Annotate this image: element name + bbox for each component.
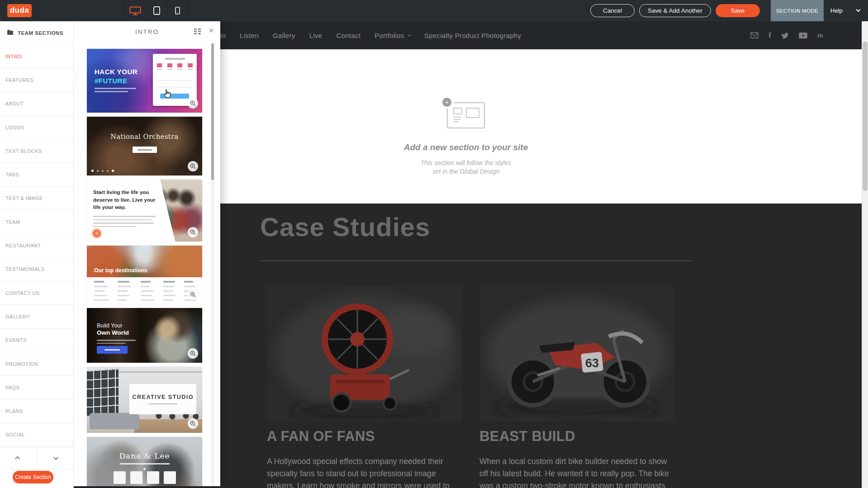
sidebar-item-text-blocks[interactable]: TEXT BLOCKS	[0, 139, 73, 163]
sections-sidebar: TEAM SECTIONS INTRO FEATURES ABOUT LOGOS…	[0, 21, 74, 488]
template-title: HACK YOUR	[95, 68, 138, 76]
facebook-icon[interactable]: f	[768, 31, 771, 40]
carousel-dots	[91, 170, 114, 172]
sidebar-item-faqs[interactable]: FAQS	[0, 376, 73, 399]
dirt-bike-image: 63	[479, 286, 675, 422]
case-card-body: A Hollywood special effects company need…	[267, 455, 457, 488]
help-menu[interactable]: Help	[830, 0, 843, 21]
template-thumbnail-build-your-own-world[interactable]: Build Your Own World	[87, 308, 202, 363]
sidebar-item-contact-us[interactable]: CONTACT US	[0, 281, 73, 305]
panel-scrollbar[interactable]	[211, 43, 214, 486]
sidebar-item-intro[interactable]: INTRO	[0, 45, 73, 68]
text-lines-placeholder	[95, 88, 136, 92]
zoom-preview-button[interactable]	[188, 161, 198, 171]
text-lines-placeholder	[97, 340, 136, 344]
save-button[interactable]: Save	[716, 4, 760, 17]
email-icon[interactable]	[750, 32, 759, 38]
fan-machine-image	[267, 286, 462, 422]
zoom-preview-button[interactable]	[188, 348, 198, 359]
sidebar-item-text-image[interactable]: TEXT & IMAGE	[0, 187, 73, 210]
text-lines-placeholder	[93, 216, 156, 227]
case-study-card-fan: A FAN OF FANS A Hollywood special effect…	[267, 286, 462, 488]
case-card-title: BEAST BUILD	[479, 428, 675, 445]
grid-view-button[interactable]	[194, 28, 201, 37]
save-add-another-button[interactable]: Save & Add Another	[639, 4, 711, 17]
zoom-preview-button[interactable]	[188, 227, 198, 237]
desktop-icon	[129, 6, 141, 15]
template-thumbnail-national-orchestra[interactable]: National Orchestra	[87, 117, 202, 175]
close-panel-button[interactable]: ×	[209, 25, 214, 35]
countdown-form-card	[153, 54, 197, 106]
sidebar-item-social[interactable]: SOCIAL	[0, 423, 73, 447]
chevron-down-icon	[53, 455, 58, 460]
zoom-preview-button[interactable]	[188, 418, 198, 429]
section-mode-badge: SECTION MODE	[771, 0, 824, 21]
topbar: duda Cancel	[0, 0, 868, 21]
mobile-view-button[interactable]	[167, 0, 188, 21]
social-icons: f in	[750, 21, 823, 49]
desktop-view-button[interactable]	[124, 0, 146, 21]
page-scrollbar[interactable]	[862, 21, 868, 488]
site-nav-links: io Listen Gallery Live Contact Portfolio…	[220, 21, 521, 49]
add-section-title: Add a new section to your site	[371, 142, 561, 152]
chevron-down-icon[interactable]	[856, 8, 861, 12]
sidebar-item-logos[interactable]: LOGOS	[0, 116, 73, 139]
scroll-down-button[interactable]	[37, 447, 74, 469]
sidebar-item-about[interactable]: ABOUT	[0, 92, 73, 116]
sidebar-item-features[interactable]: FEATURES	[0, 68, 73, 92]
links-table-placeholder	[94, 281, 196, 301]
divider	[260, 261, 693, 261]
nav-link-io[interactable]: io	[220, 32, 226, 39]
sidebar-item-plans[interactable]: PLANS	[0, 399, 73, 423]
page-scrollbar-thumb[interactable]	[863, 42, 868, 191]
nav-link-gallery[interactable]: Gallery	[273, 32, 295, 39]
sidebar-item-gallery[interactable]: GALLERY	[0, 305, 73, 328]
sidebar-header-label: TEAM SECTIONS	[18, 30, 63, 36]
sidebar-pager	[0, 447, 73, 469]
sidebar-item-restaurant[interactable]: RESTAURANT	[0, 234, 73, 257]
intro-templates-panel: INTRO × HACK YOUR #FUTURE	[74, 21, 220, 486]
add-section-subtitle: This section will follow the styles set …	[371, 159, 561, 176]
text-line-placeholder	[120, 463, 170, 464]
template-thumbnail-top-destinations[interactable]: Our top destinations	[87, 246, 202, 304]
countdown-boxes	[114, 471, 176, 484]
template-title: Build Your	[97, 322, 122, 329]
sidebar-item-tabs[interactable]: TABS	[0, 163, 73, 186]
zoom-preview-button[interactable]	[188, 289, 198, 300]
nav-link-contact[interactable]: Contact	[336, 32, 360, 39]
linkedin-icon[interactable]: in	[817, 32, 823, 39]
nav-link-specialty[interactable]: Specialty Product Photography	[424, 32, 522, 39]
sidebar-item-team[interactable]: TEAM	[0, 210, 73, 234]
chevron-up-icon	[15, 456, 20, 461]
create-section-button[interactable]: Create Section	[13, 471, 53, 483]
template-thumbnail-start-living[interactable]: Start living the life you deserve to liv…	[87, 180, 202, 242]
sidebar-header: TEAM SECTIONS	[0, 21, 73, 45]
template-title: National Orchestra	[87, 133, 202, 140]
nav-link-live[interactable]: Live	[309, 32, 323, 39]
sidebar-item-events[interactable]: EVENTS	[0, 329, 73, 352]
scroll-up-button[interactable]	[0, 447, 37, 469]
grid-icon	[194, 28, 201, 35]
youtube-icon[interactable]	[799, 33, 807, 38]
twitter-icon[interactable]	[781, 32, 789, 39]
template-title: CREATIVE STUDIO	[133, 394, 194, 400]
tablet-view-button[interactable]	[146, 0, 167, 21]
cancel-button[interactable]: Cancel	[590, 4, 635, 17]
template-thumbnail-creative-studio[interactable]: CREATIVE STUDIO	[87, 367, 202, 433]
overlay-card: CREATIVE STUDIO	[129, 384, 196, 414]
sidebar-item-promotion[interactable]: PROMOTION	[0, 352, 73, 376]
template-title-bold: Own World	[97, 329, 129, 336]
nav-link-portfolios-label: Portfolios	[375, 32, 404, 39]
tablet-icon	[153, 6, 160, 15]
chevron-down-icon	[408, 33, 411, 36]
nav-link-portfolios[interactable]: Portfolios	[375, 32, 410, 39]
panel-scrollbar-thumb[interactable]	[211, 43, 214, 180]
nav-link-listen[interactable]: Listen	[240, 32, 259, 39]
zoom-preview-button[interactable]	[188, 98, 198, 109]
plus-badge: +	[93, 229, 101, 237]
template-thumbnail-dana-and-lee[interactable]: Dana & Lee ♥	[87, 437, 202, 486]
sidebar-item-testimonials[interactable]: TESTIMONIALS	[0, 258, 73, 281]
duda-logo: duda	[7, 4, 32, 17]
magnifier-icon	[190, 421, 196, 426]
template-thumbnail-hack-your-future[interactable]: HACK YOUR #FUTURE	[87, 49, 202, 113]
